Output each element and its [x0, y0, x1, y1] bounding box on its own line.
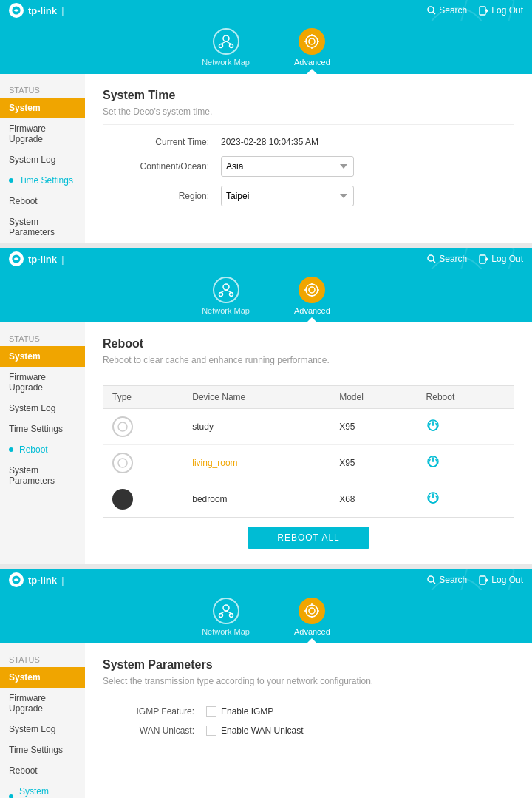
tab-advanced-label-1: Advanced: [294, 58, 330, 67]
svg-line-23: [226, 290, 231, 293]
svg-point-24: [309, 287, 315, 293]
advanced-icon-1: [299, 28, 325, 55]
device-model-2: X68: [330, 481, 417, 518]
reboot-all-button[interactable]: REBOOT ALL: [248, 527, 369, 549]
svg-line-2: [433, 12, 435, 14]
continent-select[interactable]: Asia: [221, 156, 354, 177]
table-row: living_room X95: [103, 445, 514, 481]
sidebar-firmware-2[interactable]: Firmware Upgrade: [0, 367, 85, 398]
svg-line-37: [433, 581, 435, 584]
logout-btn-1[interactable]: Log Out: [479, 5, 523, 16]
sidebar-reboot-2[interactable]: Reboot: [0, 439, 85, 460]
search-btn-3[interactable]: Search: [427, 575, 467, 585]
sidebar-syslog-3[interactable]: System Log: [0, 719, 85, 740]
wan-check-label[interactable]: Enable WAN Unicast: [206, 726, 304, 736]
search-label-3: Search: [439, 575, 467, 585]
reboot-btn-1[interactable]: [426, 456, 440, 471]
table-row: bedroom X68: [103, 481, 514, 518]
section-title-2: Reboot: [103, 337, 514, 351]
logo-icon-1: [9, 3, 24, 18]
svg-point-41: [229, 614, 233, 618]
tab-network-map-label-2: Network Map: [202, 306, 250, 315]
svg-line-7: [221, 41, 226, 44]
logo-3: tp-link |: [9, 572, 64, 587]
logo-sep-1: |: [61, 5, 64, 16]
tab-advanced-1[interactable]: Advanced: [294, 28, 330, 74]
tab-advanced-label-2: Advanced: [294, 306, 330, 315]
reboot-btn-0[interactable]: [426, 420, 440, 435]
logo-text-2: tp-link: [28, 254, 57, 265]
logo-icon-3: [9, 572, 24, 587]
sidebar-sysparams-2[interactable]: System Parameters: [0, 460, 85, 491]
sidebar-1: Status System Firmware Upgrade System Lo…: [0, 74, 85, 243]
device-icon-2: [112, 489, 133, 510]
device-icon-0: [112, 416, 133, 437]
svg-point-5: [219, 44, 222, 48]
top-bar-actions-1: Search Log Out: [427, 5, 523, 16]
top-bar-2: tp-link | Search Log Out: [0, 248, 532, 269]
main-content-2: Reboot Reboot to clear cache and enhance…: [85, 322, 532, 564]
sidebar-syslog-1[interactable]: System Log: [0, 149, 85, 170]
section-title-3: System Parameters: [103, 658, 514, 672]
logout-btn-2[interactable]: Log Out: [479, 254, 523, 264]
tab-network-map-label-3: Network Map: [202, 627, 250, 636]
logout-btn-3[interactable]: Log Out: [479, 575, 523, 585]
sidebar-timesettings-3[interactable]: Time Settings: [0, 740, 85, 760]
sidebar-firmware-1[interactable]: Firmware Upgrade: [0, 118, 85, 149]
current-time-row: Current Time: 2023-02-28 10:04:35 AM: [103, 137, 514, 147]
search-btn-2[interactable]: Search: [427, 254, 467, 264]
wan-checkbox[interactable]: [206, 726, 216, 736]
sidebar-2: Status System Firmware Upgrade System Lo…: [0, 322, 85, 564]
panel-body-1: Status System Firmware Upgrade System Lo…: [0, 74, 532, 243]
sidebar-timesettings-1[interactable]: Time Settings: [0, 170, 85, 191]
reboot-btn-2[interactable]: [426, 493, 440, 507]
top-bar-3: tp-link | Search Log Out: [0, 569, 532, 590]
col-type: Type: [103, 386, 184, 409]
top-bar-1: tp-link | Search Log Out: [0, 0, 532, 21]
current-time-value: 2023-02-28 10:04:35 AM: [221, 137, 318, 147]
section-desc-1: Set the Deco's system time.: [103, 106, 514, 125]
sidebar-reboot-3[interactable]: Reboot: [0, 760, 85, 781]
col-device: Device Name: [183, 386, 330, 409]
svg-point-40: [219, 614, 222, 618]
network-map-icon-2: [213, 277, 239, 303]
svg-point-45: [306, 605, 318, 617]
search-label-2: Search: [439, 254, 467, 264]
tab-advanced-3[interactable]: Advanced: [294, 598, 330, 643]
igmp-label: IGMP Feature:: [103, 706, 206, 717]
sidebar-system-2[interactable]: System: [0, 346, 85, 367]
svg-point-16: [428, 255, 434, 261]
region-row: Region: Taipei: [103, 186, 514, 206]
sidebar-reboot-1[interactable]: Reboot: [0, 191, 85, 212]
svg-line-22: [221, 290, 226, 293]
advanced-icon-3: [299, 598, 325, 624]
device-icon-1: [112, 453, 133, 473]
tab-network-map-2[interactable]: Network Map: [202, 277, 250, 322]
sidebar-timesettings-2[interactable]: Time Settings: [0, 419, 85, 439]
tab-advanced-2[interactable]: Advanced: [294, 277, 330, 322]
logout-label-1: Log Out: [491, 5, 523, 16]
sidebar-sysparams-1[interactable]: System Parameters: [0, 212, 85, 243]
svg-point-4: [223, 35, 229, 41]
sidebar-3: Status System Firmware Upgrade System Lo…: [0, 643, 85, 798]
sidebar-status-3: Status: [0, 649, 85, 667]
region-select[interactable]: Taipei: [221, 186, 354, 206]
sidebar-syslog-2[interactable]: System Log: [0, 398, 85, 419]
sidebar-sysparams-3[interactable]: System Parameters: [0, 781, 85, 798]
igmp-checkbox[interactable]: [206, 706, 216, 717]
svg-point-6: [229, 44, 233, 48]
tab-network-map-3[interactable]: Network Map: [202, 598, 250, 643]
igmp-check-label[interactable]: Enable IGMP: [206, 706, 273, 717]
logo-2: tp-link |: [9, 251, 64, 266]
svg-point-20: [219, 293, 222, 297]
top-bar-actions-3: Search Log Out: [427, 575, 523, 585]
network-map-icon-3: [213, 598, 239, 624]
logo-sep-3: |: [61, 575, 64, 586]
logo-1: tp-link |: [9, 3, 64, 18]
sidebar-system-1[interactable]: System: [0, 98, 85, 118]
sidebar-firmware-3[interactable]: Firmware Upgrade: [0, 688, 85, 719]
tab-network-map-1[interactable]: Network Map: [202, 28, 250, 74]
search-btn-1[interactable]: Search: [427, 5, 467, 16]
sidebar-system-3[interactable]: System: [0, 667, 85, 688]
main-content-1: System Time Set the Deco's system time. …: [85, 74, 532, 243]
